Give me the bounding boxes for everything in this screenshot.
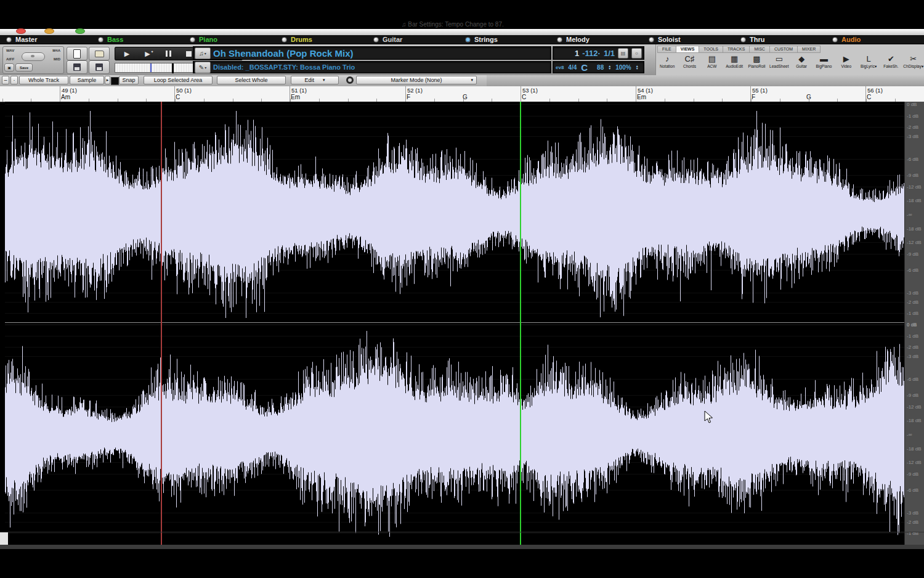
render-audio-button[interactable] [22,52,45,61]
current-bar[interactable]: 1 [575,49,579,58]
beat-tick [2,99,3,102]
drag-drop-icon[interactable]: ▣ [4,63,14,71]
key-value[interactable]: C [581,62,588,73]
shrink-button[interactable]: – [2,76,9,84]
loop-selected-area-button[interactable]: Loop Selected Area [144,76,213,84]
track-radio-icon[interactable] [6,37,12,43]
style-picker-icon[interactable]: ✎▾ [195,62,211,73]
view-button-biglyric[interactable]: LBigLyric▾ [857,54,880,74]
loop-point-button[interactable]: ○ [631,48,642,59]
marker-mode-dropdown[interactable]: Marker Mode (None)▾ [356,76,477,84]
play-button[interactable]: ▶ [120,49,134,59]
view-button-acw[interactable]: ▤ACW [701,54,723,74]
zoom-spinner[interactable]: ▲▼ [636,65,639,70]
ribbon-tab-tracks[interactable]: TRACKS [723,46,749,53]
snap-color-swatch[interactable] [111,77,119,85]
audio-format-widget[interactable]: WAV M4A AIFF MID ▣ Save [2,46,64,74]
green-playback-marker-line[interactable] [520,102,521,545]
view-button-pianoroll[interactable]: ▩PianoRoll [745,54,768,74]
track-button-thru[interactable]: Thru [740,36,832,43]
horizontal-scrollbar-track[interactable] [0,545,924,549]
waveform-display[interactable] [5,102,904,545]
ribbon-tab-misc[interactable]: MISC [749,46,769,53]
tempo-value[interactable]: -112· [582,49,601,58]
format-label-m4a[interactable]: M4A [52,49,60,52]
song-notes-icon[interactable]: ♫▾ [195,47,211,59]
track-button-guitar[interactable]: Guitar [373,36,465,43]
track-radio-icon[interactable] [282,37,287,43]
close-window-button[interactable] [16,28,26,34]
track-button-melody[interactable]: Melody [557,36,649,43]
view-button-fakesh[interactable]: ✔FakeSh. [880,54,902,74]
whole-track-button[interactable]: Whole Track [19,76,68,84]
db-tick-label: -6 dB [907,487,918,493]
track-radio-icon[interactable] [98,37,103,43]
ribbon-tab-file[interactable]: FILE [657,46,676,53]
document-icon [73,49,81,59]
track-radio-icon[interactable] [740,37,746,43]
format-label-mid[interactable]: MID [54,57,60,61]
track-button-soloist[interactable]: Soloist [649,36,740,43]
new-song-button[interactable] [67,47,87,60]
open-song-button[interactable] [89,47,110,60]
expand-arrow-icon[interactable]: ▸ [105,76,110,84]
ribbon-tab-mixer[interactable]: MIXER [797,46,821,53]
format-label-aiff[interactable]: AIFF [6,57,14,61]
view-button-video[interactable]: ▶Video [835,54,857,74]
ribbon-tab-tools[interactable]: TOOLS [699,46,723,53]
zoom-window-button[interactable] [75,28,85,34]
grow-button[interactable]: · [10,76,18,84]
track-label: Bass [107,36,123,43]
volume-value[interactable]: 88 [597,64,604,71]
track-button-master[interactable]: Master [6,36,98,43]
style-box[interactable]: ✎▾ Disabled: _BOSSAPT.STY: Bossa Piano T… [193,61,551,73]
track-button-bass[interactable]: Bass [98,36,190,43]
track-radio-icon[interactable] [832,37,838,43]
feel-value[interactable]: ev8 [556,65,564,70]
select-whole-button[interactable]: Select Whole [217,76,286,84]
bar-settings-button[interactable]: ▤ [618,48,628,59]
chdisplay-icon: ✂ [910,54,917,64]
ribbon-tab-views[interactable]: VIEWS [676,46,699,53]
view-button-notation[interactable]: ♪Notation [656,54,678,74]
volume-spinner[interactable]: ▲▼ [608,65,611,70]
snap-button[interactable]: Snap [119,76,139,84]
track-button-audio[interactable]: Audio [832,36,924,43]
track-label: Guitar [383,36,402,43]
settings-gear-icon[interactable] [346,76,354,84]
track-radio-icon[interactable] [465,37,471,43]
track-button-drums[interactable]: Drums [282,36,373,43]
chorus-value[interactable]: 1/1 [604,49,615,58]
fakesh-icon: ✔ [888,54,894,64]
format-label-wav[interactable]: WAV [6,49,14,52]
track-button-piano[interactable]: Piano [190,36,282,43]
save-mini-button[interactable]: Save [15,63,33,71]
track-radio-icon[interactable] [557,37,562,43]
sample-button[interactable]: Sample [70,76,104,84]
view-button-bigpiano[interactable]: ▬BigPiano [813,54,835,74]
track-radio-icon[interactable] [649,37,654,43]
view-button-chdisplay[interactable]: ✂ChDisplay▾ [902,54,924,74]
zoom-value[interactable]: 100% [615,64,631,71]
save-song-button[interactable] [67,60,87,74]
track-radio-icon[interactable] [373,37,379,43]
edit-dropdown[interactable]: Edit▾ [291,76,339,84]
time-signature[interactable]: 4/4 [568,64,577,71]
view-button-leadsheet[interactable]: ▭LeadSheet [768,54,790,74]
play-from-bar-button[interactable]: ▶✦ [141,49,155,59]
pause-button[interactable] [161,49,175,59]
minimize-window-button[interactable] [44,28,54,34]
bar-timeline-ruler[interactable]: 49 (1)Am50 (1)C51 (1)Em52 (1)FG53 (1)C54… [0,86,924,102]
ribbon-tab-custom[interactable]: CUSTOM [769,46,797,53]
track-radio-icon[interactable] [190,37,195,43]
status-box: ev8 4/4 C 88 ▲▼ 100% ▲▼ [553,61,644,73]
audio-edit-toolbar: – · Whole Track Sample ▸ Snap Loop Selec… [0,75,924,87]
song-title-box[interactable]: ♫▾ Oh Shenandoah (Pop Rock Mix) [193,46,551,60]
red-bar-marker-line[interactable] [161,102,162,545]
view-button-chords[interactable]: C♯Chords [678,54,700,74]
save-as-button[interactable] [89,60,110,74]
view-button-guitar[interactable]: ◆Guitar [790,54,813,74]
scrollbar-corner[interactable] [0,532,8,545]
view-button-audioedit[interactable]: ▦AudioEdit [723,54,745,74]
track-button-strings[interactable]: Strings [465,36,557,43]
